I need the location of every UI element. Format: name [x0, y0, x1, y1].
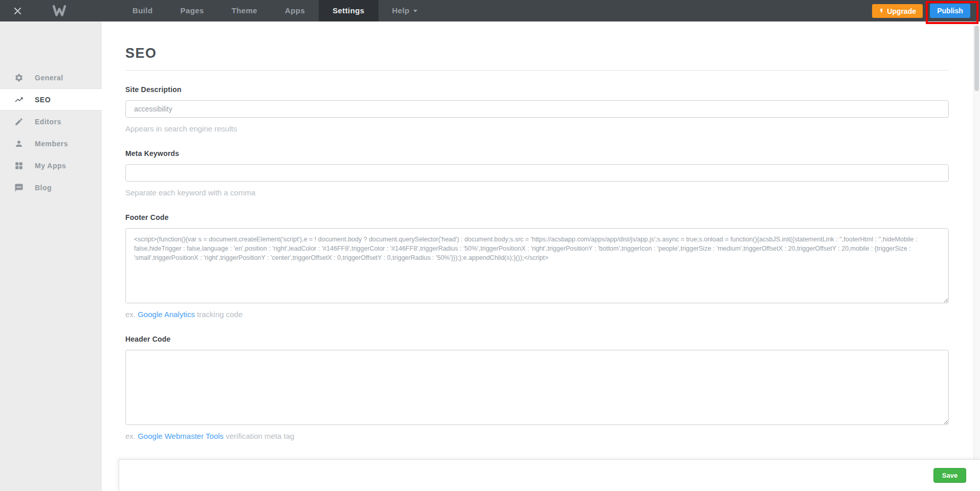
sidebar-item-label: Editors [35, 118, 61, 126]
trending-up-icon [14, 95, 24, 104]
publish-button[interactable]: Publish [930, 4, 970, 18]
upgrade-button[interactable]: Upgrade [872, 4, 923, 18]
sidebar-item-label: Members [35, 140, 68, 148]
lightning-bolt-icon [879, 7, 884, 15]
tab-label: Build [132, 0, 153, 21]
sidebar-item-seo[interactable]: SEO [0, 88, 102, 110]
footer-code-group: Footer Code <script>(function(){var s = … [125, 213, 949, 319]
meta-keywords-input[interactable] [125, 164, 949, 182]
sidebar-item-label: My Apps [35, 162, 66, 170]
settings-sidebar: General SEO Editors Members My Apps Blog [0, 21, 102, 491]
page-title: SEO [125, 46, 980, 61]
header-code-label: Header Code [125, 335, 949, 344]
footer-code-label: Footer Code [125, 213, 949, 222]
meta-keywords-label: Meta Keywords [125, 149, 949, 158]
helper-text: ex. [125, 432, 138, 440]
settings-seo-page: SEO Site Description Appears in search e… [102, 21, 980, 491]
meta-keywords-group: Meta Keywords Separate each keyword with… [125, 149, 949, 197]
close-icon[interactable] [7, 0, 28, 21]
tab-theme[interactable]: Theme [218, 0, 271, 21]
helper-text: tracking code [195, 310, 242, 319]
sidebar-item-members[interactable]: Members [0, 132, 102, 154]
chevron-down-icon [413, 10, 417, 12]
site-description-label: Site Description [125, 85, 949, 94]
top-nav: Build Pages Theme Apps Settings Help [119, 0, 431, 21]
tab-pages[interactable]: Pages [167, 0, 218, 21]
header-code-textarea[interactable] [125, 350, 949, 425]
person-icon [14, 139, 24, 148]
header-code-group: Header Code ex. Google Webmaster Tools v… [125, 335, 949, 441]
gear-icon [14, 73, 24, 82]
sidebar-item-general[interactable]: General [0, 66, 102, 88]
tab-settings[interactable]: Settings [319, 0, 378, 21]
upgrade-label: Upgrade [887, 7, 916, 15]
footer-code-helper: ex. Google Analytics tracking code [125, 310, 949, 319]
tab-label: Settings [332, 0, 364, 21]
help-menu[interactable]: Help [378, 0, 431, 21]
save-button[interactable]: Save [933, 468, 966, 483]
topbar: Build Pages Theme Apps Settings Help Upg… [0, 0, 980, 21]
site-description-input[interactable] [125, 100, 949, 118]
sidebar-item-label: General [35, 74, 63, 82]
site-description-group: Site Description Appears in search engin… [125, 85, 949, 133]
footer-code-textarea[interactable]: <script>(function(){var s = document.cre… [125, 228, 949, 303]
sidebar-item-blog[interactable]: Blog [0, 176, 102, 198]
speech-bubble-icon [14, 183, 24, 192]
sidebar-item-label: SEO [35, 96, 51, 104]
meta-keywords-helper: Separate each keyword with a comma [125, 188, 949, 197]
tab-build[interactable]: Build [119, 0, 167, 21]
pencil-icon [14, 117, 24, 126]
scrollbar-thumb[interactable] [974, 26, 979, 91]
sidebar-item-label: Blog [35, 184, 52, 192]
sidebar-item-editors[interactable]: Editors [0, 110, 102, 132]
tab-label: Theme [232, 0, 257, 21]
helper-text: ex. [125, 310, 138, 319]
tab-label: Apps [285, 0, 305, 21]
grid-icon [14, 161, 24, 170]
site-description-helper: Appears in search engine results [125, 124, 949, 133]
scrollbar-track[interactable] [973, 21, 980, 491]
tab-apps[interactable]: Apps [271, 0, 319, 21]
tab-label: Help [392, 0, 410, 21]
weebly-logo-icon[interactable] [52, 5, 66, 17]
header-code-helper: ex. Google Webmaster Tools verification … [125, 432, 949, 441]
divider [125, 70, 949, 71]
save-bar: Save [119, 459, 980, 491]
sidebar-item-my-apps[interactable]: My Apps [0, 154, 102, 176]
google-analytics-link[interactable]: Google Analytics [138, 310, 195, 319]
google-webmaster-tools-link[interactable]: Google Webmaster Tools [138, 432, 224, 440]
tab-label: Pages [181, 0, 204, 21]
helper-text: verification meta tag [224, 432, 294, 440]
